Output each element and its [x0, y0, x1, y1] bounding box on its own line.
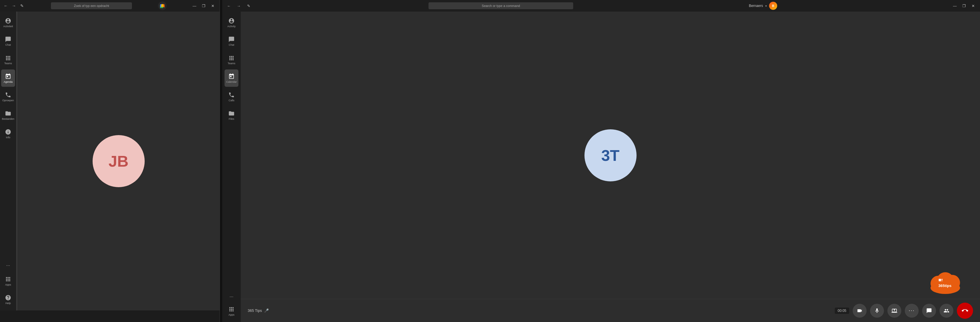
- right-files-label: Files: [229, 118, 234, 120]
- compose-button[interactable]: ✎: [19, 2, 25, 9]
- svg-rect-8: [942, 279, 943, 280]
- right-calls-label: Calls: [229, 99, 234, 102]
- sidebar-item-calls[interactable]: Oproepen: [1, 88, 15, 105]
- left-nav-buttons: ← → ✎: [2, 2, 25, 9]
- sidebar-item-files[interactable]: Bestanden: [1, 107, 15, 124]
- teams-label: Teams: [4, 62, 12, 65]
- activity-label: Activiteit: [3, 25, 13, 28]
- right-window-body: Activity Chat Teams Calendar Calls Files: [222, 11, 980, 322]
- teams-logo: [158, 1, 167, 10]
- right-maximize-button[interactable]: ❐: [960, 2, 969, 10]
- left-sidebar: Activiteit Chat Teams Agenda Oproepen Be…: [0, 11, 16, 311]
- help-label: Help: [5, 302, 11, 304]
- user-name: Bernaers: [749, 4, 763, 8]
- right-avatar: 3T: [584, 129, 636, 182]
- call-info: 365 Tips 🎤: [248, 308, 269, 313]
- chat-label: Chat: [5, 43, 11, 46]
- more-options-button[interactable]: ···: [905, 304, 919, 318]
- left-maximize-button[interactable]: ❐: [199, 2, 208, 10]
- sidebar-item-agenda[interactable]: Agenda: [1, 69, 15, 87]
- call-controls-bar: 365 Tips 🎤 00:05 ···: [241, 299, 980, 322]
- sidebar-item-info[interactable]: Info: [1, 125, 15, 142]
- right-nav-buttons: ← → ✎: [224, 2, 253, 10]
- user-avatar-label: B: [772, 4, 774, 8]
- sidebar-item-teams[interactable]: Teams: [1, 51, 15, 68]
- right-sidebar-chat[interactable]: Chat: [224, 32, 239, 50]
- agenda-label: Agenda: [3, 80, 13, 83]
- right-sidebar-teams[interactable]: Teams: [224, 51, 239, 68]
- left-status-bar: [0, 311, 220, 322]
- sidebar-more[interactable]: ···: [1, 261, 15, 270]
- svg-rect-9: [942, 281, 943, 281]
- sidebar-item-apps[interactable]: Apps: [1, 272, 15, 290]
- more-dots: ···: [908, 308, 915, 314]
- user-dropdown-icon[interactable]: ▾: [765, 4, 767, 8]
- left-minimize-button[interactable]: —: [190, 2, 199, 10]
- left-teams-window: ← → ✎ Zoek of typ een opdracht — ❐ ✕: [0, 0, 220, 322]
- right-sidebar-apps[interactable]: Apps: [224, 302, 239, 320]
- right-activity-label: Activity: [228, 25, 236, 28]
- right-title-bar: ← → ✎ Search or type a command Bernaers …: [222, 0, 980, 11]
- right-sidebar-activity[interactable]: Activity: [224, 14, 239, 31]
- svg-text:365tips: 365tips: [938, 284, 951, 288]
- participants-button[interactable]: [940, 304, 953, 318]
- calls-label: Oproepen: [2, 99, 14, 102]
- right-sidebar: Activity Chat Teams Calendar Calls Files: [222, 11, 241, 322]
- left-search-placeholder: Zoek of typ een opdracht: [74, 4, 109, 8]
- right-teams-window: ← → ✎ Search or type a command Bernaers …: [222, 0, 980, 322]
- right-search-bar[interactable]: Search or type a command: [428, 2, 573, 9]
- right-sidebar-calls[interactable]: Calls: [224, 88, 239, 105]
- right-sidebar-files[interactable]: Files: [224, 107, 239, 124]
- right-user-area: Bernaers ▾ B: [749, 2, 777, 10]
- right-main-content: 3T 365tips: [241, 11, 980, 322]
- left-main-content: JB: [18, 11, 220, 311]
- apps-label: Apps: [5, 283, 11, 286]
- user-avatar[interactable]: B: [769, 2, 777, 10]
- right-nav-forward-button[interactable]: →: [234, 2, 243, 10]
- left-close-button[interactable]: ✕: [208, 2, 217, 10]
- info-label: Info: [6, 136, 10, 139]
- cloud-logo-svg: 365tips: [928, 269, 963, 295]
- right-window-controls: — ❐ ✕: [950, 2, 978, 10]
- sidebar-item-chat[interactable]: Chat: [1, 32, 15, 50]
- nav-back-button[interactable]: ←: [2, 2, 9, 9]
- right-sidebar-more[interactable]: ···: [224, 292, 239, 301]
- right-nav-back-button[interactable]: ←: [224, 2, 233, 10]
- right-calendar-label: Calendar: [226, 80, 237, 83]
- left-window-controls: — ❐ ✕: [190, 2, 217, 10]
- right-avatar-initials: 3T: [601, 147, 619, 164]
- right-chat-label: Chat: [229, 43, 234, 46]
- sidebar-item-help[interactable]: Help: [1, 291, 15, 308]
- left-search-bar[interactable]: Zoek of typ een opdracht: [51, 2, 132, 9]
- caller-name: 365 Tips: [248, 308, 262, 313]
- video-toggle-button[interactable]: [853, 304, 867, 318]
- svg-rect-7: [939, 279, 941, 281]
- left-avatar-initials: JB: [108, 152, 129, 170]
- call-timer: 00:05: [835, 308, 849, 314]
- watermark-365tips: 365tips: [928, 269, 963, 296]
- window-divider: [220, 0, 222, 322]
- call-controls: 00:05 ···: [835, 303, 973, 319]
- right-sidebar-calendar[interactable]: Calendar: [224, 69, 239, 87]
- microphone-icon: 🎤: [264, 308, 269, 313]
- left-title-bar: ← → ✎ Zoek of typ een opdracht — ❐ ✕: [0, 0, 220, 11]
- right-teams-label: Teams: [228, 62, 235, 65]
- share-screen-button[interactable]: [888, 304, 901, 318]
- chat-button[interactable]: [922, 304, 936, 318]
- right-apps-label: Apps: [229, 313, 235, 316]
- left-window-body: Activiteit Chat Teams Agenda Oproepen Be…: [0, 11, 220, 311]
- nav-forward-button[interactable]: →: [10, 2, 18, 9]
- left-avatar: JB: [92, 135, 145, 187]
- right-close-button[interactable]: ✕: [969, 2, 978, 10]
- call-content: 3T: [241, 11, 980, 299]
- right-minimize-button[interactable]: —: [950, 2, 959, 10]
- right-search-placeholder: Search or type a command: [482, 4, 520, 8]
- right-compose-button[interactable]: ✎: [244, 2, 253, 10]
- end-call-button[interactable]: [957, 303, 973, 319]
- sidebar-item-activity[interactable]: Activiteit: [1, 14, 15, 31]
- files-label: Bestanden: [2, 118, 14, 120]
- mic-toggle-button[interactable]: [870, 304, 884, 318]
